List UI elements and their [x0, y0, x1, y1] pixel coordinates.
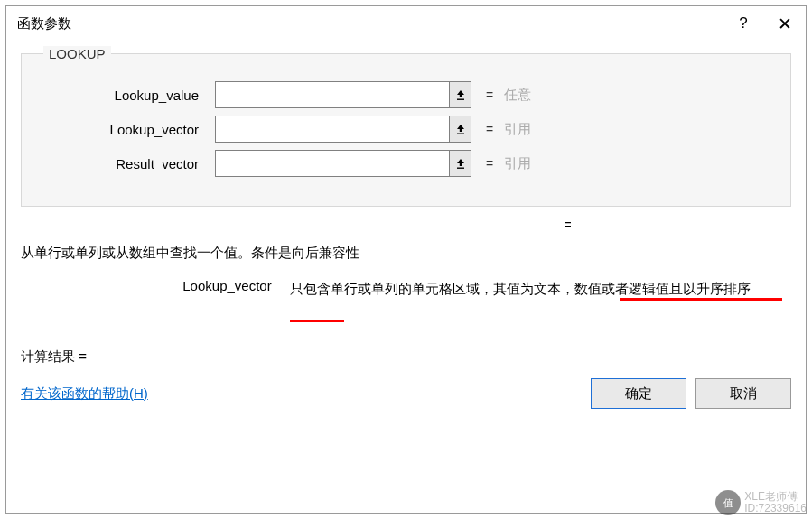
- function-description: 从单行或单列或从数组中查找一个值。条件是向后兼容性: [21, 245, 791, 262]
- result-vector-input[interactable]: [215, 150, 450, 177]
- function-help-link[interactable]: 有关该函数的帮助(H): [21, 385, 148, 403]
- collapse-dialog-button[interactable]: [450, 81, 471, 108]
- param-row: Lookup_vector = 引用: [43, 116, 769, 143]
- result-preview-equals: =: [344, 218, 791, 232]
- red-underline-annotation: [290, 320, 344, 322]
- cancel-button[interactable]: 取消: [695, 378, 791, 409]
- function-arguments-dialog: 函数参数 ? ✕ LOOKUP Lookup_value = 任意 Lookup…: [5, 5, 807, 514]
- svg-rect-0: [457, 99, 464, 100]
- param-help-row: Lookup_vector 只包含单行或单列的单元格区域，其值为文本，数值或者逻…: [21, 278, 791, 300]
- collapse-dialog-button[interactable]: [450, 150, 471, 177]
- param-help-text: 只包含单行或单列的单元格区域，其值为文本，数值或者逻辑值且以升序排序: [290, 278, 791, 300]
- param-row: Result_vector = 引用: [43, 150, 769, 177]
- red-underline-annotation: [620, 298, 782, 301]
- svg-rect-1: [457, 134, 464, 134]
- watermark-text: XLE老师傅 ID:72339616: [744, 491, 807, 514]
- param-hint: 引用: [504, 121, 531, 138]
- help-button[interactable]: ?: [723, 6, 764, 41]
- param-help-name: Lookup_vector: [21, 278, 290, 300]
- param-row: Lookup_value = 任意: [43, 81, 769, 108]
- lookup-value-input[interactable]: [215, 81, 450, 108]
- collapse-icon: [455, 157, 466, 170]
- lookup-group: LOOKUP Lookup_value = 任意 Lookup_vector: [21, 46, 791, 207]
- titlebar: 函数参数 ? ✕: [6, 6, 806, 41]
- ok-button[interactable]: 确定: [591, 378, 686, 409]
- equals-sign: =: [486, 156, 493, 171]
- dialog-footer: 有关该函数的帮助(H) 确定 取消: [21, 378, 791, 409]
- param-label: Result_vector: [43, 156, 215, 171]
- dialog-title: 函数参数: [17, 15, 723, 32]
- equals-sign: =: [486, 88, 493, 102]
- equals-sign: =: [486, 122, 493, 136]
- lookup-vector-input[interactable]: [215, 116, 450, 143]
- close-button[interactable]: ✕: [764, 6, 806, 41]
- watermark-icon: 值: [715, 490, 741, 515]
- param-label: Lookup_value: [43, 88, 215, 103]
- collapse-icon: [455, 123, 466, 135]
- formula-result: 计算结果 =: [21, 348, 791, 366]
- param-label: Lookup_vector: [43, 122, 215, 137]
- svg-rect-2: [457, 168, 464, 169]
- param-hint: 任意: [504, 87, 531, 104]
- collapse-icon: [455, 88, 466, 101]
- param-hint: 引用: [504, 155, 531, 172]
- collapse-dialog-button[interactable]: [450, 116, 471, 143]
- group-legend: LOOKUP: [43, 46, 111, 61]
- watermark: 值 XLE老师傅 ID:72339616: [715, 490, 807, 515]
- dialog-content: LOOKUP Lookup_value = 任意 Lookup_vector: [6, 41, 806, 423]
